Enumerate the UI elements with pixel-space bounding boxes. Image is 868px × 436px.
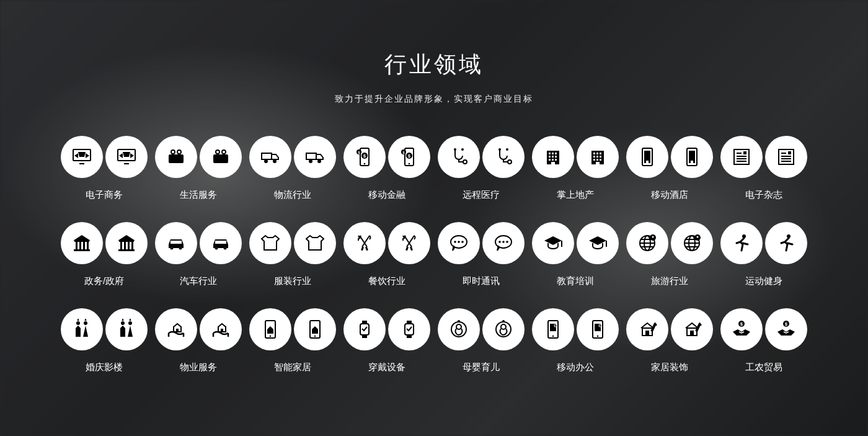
car-icon	[155, 222, 197, 264]
magazine-icon	[720, 136, 763, 178]
industry-item-trade[interactable]: 工农贸易	[717, 308, 811, 373]
gov-icon	[61, 222, 103, 264]
industry-row: 婚庆影楼物业服务智能家居穿戴设备母婴育儿移动办公家居装饰工农贸易	[56, 308, 812, 373]
industry-item-baby[interactable]: 母婴育儿	[434, 308, 528, 373]
icon-pair	[626, 136, 713, 178]
industry-label: 工农贸易	[745, 362, 782, 373]
magazine-icon	[765, 136, 807, 178]
industry-item-ecommerce[interactable]: 电子商务	[57, 136, 151, 201]
industry-label: 餐饮行业	[368, 275, 405, 287]
industry-item-watch[interactable]: 穿戴设备	[340, 308, 434, 373]
shirt-icon	[249, 222, 291, 264]
industry-item-finance[interactable]: 移动金融	[340, 136, 434, 201]
ecommerce-icon	[105, 136, 148, 178]
industry-item-decor[interactable]: 家居装饰	[622, 308, 717, 373]
industry-label: 电子商务	[86, 189, 123, 201]
industry-item-office[interactable]: 移动办公	[528, 308, 622, 373]
watch-icon	[343, 308, 386, 350]
industry-item-car[interactable]: 汽车行业	[151, 222, 246, 287]
icon-pair	[61, 222, 148, 264]
section-title: 行业领域	[0, 50, 868, 80]
ecommerce-icon	[61, 136, 103, 178]
icon-pair	[155, 136, 242, 178]
icon-pair	[532, 222, 619, 264]
industry-label: 掌上地产	[557, 189, 594, 201]
medical-icon	[438, 136, 480, 178]
icon-pair	[720, 308, 807, 350]
industry-grid: 电子商务生活服务物流行业移动金融远程医疗掌上地产移动酒店电子杂志政务/政府汽车行…	[56, 136, 812, 373]
life-icon	[200, 136, 242, 178]
car-icon	[200, 222, 242, 264]
icon-pair	[626, 222, 713, 264]
property-icon	[200, 308, 242, 350]
icon-pair	[438, 308, 525, 350]
industry-item-chat[interactable]: 即时通讯	[434, 222, 528, 287]
industry-row: 政务/政府汽车行业服装行业餐饮行业即时通讯教育培训旅游行业运动健身	[56, 222, 812, 287]
icon-pair	[720, 136, 807, 178]
industry-label: 移动办公	[557, 362, 594, 373]
finance-icon	[343, 136, 386, 178]
logistics-icon	[249, 136, 291, 178]
industry-label: 移动金融	[368, 189, 405, 201]
icon-pair	[626, 308, 713, 350]
wedding-icon	[105, 308, 148, 350]
hotel-icon	[626, 136, 668, 178]
chat-icon	[438, 222, 480, 264]
industry-label: 母婴育儿	[463, 362, 500, 373]
industry-item-magazine[interactable]: 电子杂志	[717, 136, 811, 201]
chat-icon	[482, 222, 525, 264]
icon-pair	[532, 308, 619, 350]
edu-icon	[577, 222, 619, 264]
icon-pair	[155, 222, 242, 264]
run-icon	[765, 222, 807, 264]
industry-item-smarthome[interactable]: 智能家居	[246, 308, 340, 373]
shirt-icon	[294, 222, 336, 264]
food-icon	[388, 222, 430, 264]
industry-label: 物业服务	[180, 362, 217, 373]
decor-icon	[626, 308, 668, 350]
icon-pair	[343, 136, 430, 178]
travel-icon	[626, 222, 668, 264]
industry-row: 电子商务生活服务物流行业移动金融远程医疗掌上地产移动酒店电子杂志	[56, 136, 812, 201]
icon-pair	[61, 136, 148, 178]
baby-icon	[482, 308, 525, 350]
smarthome-icon	[249, 308, 291, 350]
industry-label: 物流行业	[274, 189, 311, 201]
industry-item-edu[interactable]: 教育培训	[528, 222, 622, 287]
industry-item-hotel[interactable]: 移动酒店	[622, 136, 717, 201]
industry-item-shirt[interactable]: 服装行业	[246, 222, 340, 287]
icon-pair	[343, 308, 430, 350]
industry-label: 生活服务	[180, 189, 217, 201]
industry-label: 服装行业	[274, 275, 311, 287]
icon-pair	[249, 222, 336, 264]
run-icon	[720, 222, 763, 264]
industry-item-travel[interactable]: 旅游行业	[622, 222, 717, 287]
trade-icon	[720, 308, 763, 350]
icon-pair	[61, 308, 148, 350]
industry-section: 行业领域 致力于提升企业品牌形象，实现客户商业目标 电子商务生活服务物流行业移动…	[0, 0, 868, 373]
industry-label: 教育培训	[557, 275, 594, 287]
industry-item-gov[interactable]: 政务/政府	[57, 222, 151, 287]
icon-pair	[343, 222, 430, 264]
industry-item-run[interactable]: 运动健身	[717, 222, 811, 287]
industry-item-medical[interactable]: 远程医疗	[434, 136, 528, 201]
icon-pair	[249, 308, 336, 350]
industry-item-wedding[interactable]: 婚庆影楼	[57, 308, 151, 373]
icon-pair	[438, 136, 525, 178]
smarthome-icon	[294, 308, 336, 350]
industry-item-logistics[interactable]: 物流行业	[246, 136, 340, 201]
wedding-icon	[61, 308, 103, 350]
icon-pair	[532, 136, 619, 178]
industry-item-property[interactable]: 物业服务	[151, 308, 246, 373]
industry-item-life[interactable]: 生活服务	[151, 136, 246, 201]
industry-item-realestate[interactable]: 掌上地产	[528, 136, 622, 201]
icon-pair	[720, 222, 807, 264]
industry-item-food[interactable]: 餐饮行业	[340, 222, 434, 287]
trade-icon	[765, 308, 807, 350]
gov-icon	[105, 222, 148, 264]
industry-label: 即时通讯	[463, 275, 500, 287]
industry-label: 远程医疗	[463, 189, 500, 201]
industry-label: 旅游行业	[651, 275, 688, 287]
logistics-icon	[294, 136, 336, 178]
icon-pair	[249, 136, 336, 178]
